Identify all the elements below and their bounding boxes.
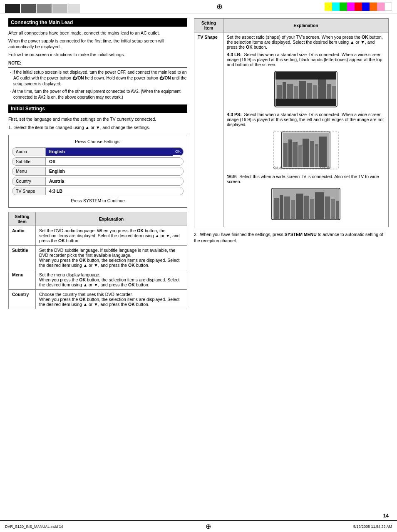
svg-rect-12	[327, 84, 331, 99]
footer-crosshair: ⊕	[206, 522, 211, 530]
connecting-main-lead-section: Connecting the Main Lead After all conne…	[8, 18, 187, 100]
settings-row-subtitle: Subtitle Off	[12, 157, 184, 166]
desc-row-menu: Menu Set the menu display language.When …	[9, 270, 187, 289]
svg-text:Cut off: Cut off	[273, 166, 282, 169]
settings-footer: Press SYSTEM to Continue	[12, 198, 184, 204]
mode-43ps-label: 4:3 PS: Select this when a standard size…	[227, 112, 385, 127]
svg-rect-24	[319, 137, 327, 167]
svg-rect-19	[293, 142, 298, 167]
settings-ok-audio: OK	[173, 148, 183, 155]
right-table: Setting Item Explanation TV Shape Set th…	[194, 18, 389, 227]
left-column: Connecting the Main Lead After all conne…	[8, 18, 187, 309]
note-label: NOTE:	[8, 60, 187, 66]
connecting-para-3: Follow the on-screen instructions to mak…	[8, 52, 187, 58]
right-table-header-item: Setting Item	[194, 19, 223, 32]
svg-rect-7	[294, 86, 298, 99]
desc-item-menu: Menu	[9, 270, 36, 289]
settings-value-menu: English	[46, 167, 183, 175]
svg-rect-6	[287, 84, 293, 99]
svg-rect-8	[299, 81, 306, 99]
svg-rect-18	[288, 139, 292, 167]
svg-rect-22	[310, 141, 314, 167]
tv-svg-43ps: Cut off Cut off	[273, 130, 339, 170]
footer-left-text: DVR_S120_INS_MANUAL.indd 14	[5, 525, 63, 529]
tv-image-43lb	[227, 70, 385, 109]
tv-image-43ps: Cut off Cut off	[227, 130, 385, 171]
desc-row-subtitle: Subtitle Set the DVD subtitle language. …	[9, 245, 187, 270]
desc-explanation-country: Choose the country that uses this DVD re…	[36, 289, 187, 309]
bottom-bar: DVR_S120_INS_MANUAL.indd 14 ⊕ 5/19/2005 …	[0, 520, 397, 532]
svg-rect-13	[332, 86, 336, 99]
initial-settings-step1: 1. Select the item to be changed using ▲…	[8, 124, 187, 131]
settings-value-tvshape: 4:3 LB	[46, 187, 183, 195]
connecting-para-1: After all connections have been made, co…	[8, 30, 187, 36]
right-item-tvshape: TV Shape	[194, 32, 223, 227]
svg-rect-10	[313, 85, 317, 99]
right-table-header-explanation: Explanation	[223, 19, 389, 32]
main-content: Connecting the Main Lead After all conne…	[0, 13, 397, 314]
desc-item-country: Country	[9, 289, 36, 309]
top-bar: ⊕	[0, 0, 397, 13]
initial-settings-body: First, set the language and make the set…	[8, 116, 187, 208]
note-item-2: - At the time, turn the power off the ot…	[8, 89, 187, 100]
desc-table-header-explanation: Explanation	[36, 212, 187, 226]
top-bar-right-colors	[309, 1, 392, 12]
svg-rect-23	[315, 144, 318, 167]
description-table: Setting Item Explanation Audio Set the D…	[8, 212, 187, 309]
top-bar-left-blocks	[5, 1, 130, 12]
svg-rect-30	[280, 195, 283, 219]
svg-rect-33	[296, 194, 303, 219]
initial-settings-section: Initial Settings First, set the language…	[8, 104, 187, 309]
right-column: Setting Item Explanation TV Shape Set th…	[194, 18, 389, 309]
settings-row-tvshape: TV Shape 4:3 LB	[12, 187, 184, 196]
right-row-tvshape: TV Shape Set the aspect ratio (shape) of…	[194, 32, 389, 227]
settings-box-title: Press Choose Settings.	[12, 139, 184, 145]
svg-rect-11	[318, 80, 326, 99]
connecting-main-lead-body: After all connections have been made, co…	[8, 30, 187, 100]
svg-rect-37	[325, 196, 330, 219]
settings-value-subtitle: Off	[46, 158, 183, 166]
page-number: 14	[383, 513, 389, 519]
desc-table-header-item: Setting Item	[9, 212, 36, 226]
settings-row-audio: Audio English OK	[12, 147, 184, 156]
svg-rect-5	[283, 82, 286, 99]
initial-settings-header: Initial Settings	[8, 104, 187, 113]
desc-explanation-subtitle: Set the DVD subtitle language. If subtit…	[36, 245, 187, 270]
tv-svg-43lb	[273, 70, 339, 108]
settings-value-country: Austria	[46, 177, 183, 185]
settings-row-country: Country Austria	[12, 177, 184, 186]
svg-rect-17	[283, 143, 288, 167]
note-item-1: - If the initial setup screen is not dis…	[8, 70, 187, 87]
svg-rect-39	[336, 201, 339, 219]
desc-explanation-audio: Set the DVD audio language. When you pre…	[36, 226, 187, 245]
tv-image-169	[227, 187, 385, 221]
top-bar-crosshair: ⊕	[130, 0, 309, 13]
settings-label-tvshape: TV Shape	[12, 187, 46, 195]
settings-row-menu: Menu English	[12, 167, 184, 176]
svg-rect-4	[277, 85, 282, 99]
footer-right-text: 5/19/2005 11:54:22 AM	[353, 525, 392, 529]
settings-value-audio: English	[46, 148, 173, 156]
desc-row-audio: Audio Set the DVD audio language. When y…	[9, 226, 187, 245]
step-2-text: 2. When you have finished the settings, …	[194, 231, 389, 244]
svg-rect-32	[291, 200, 295, 219]
svg-rect-2	[275, 99, 336, 106]
right-explanation-tvshape: Set the aspect ratio (shape) of your TV'…	[223, 32, 389, 227]
svg-rect-36	[315, 192, 324, 219]
svg-rect-35	[310, 199, 314, 219]
svg-rect-9	[307, 83, 312, 99]
mode-169-label: 16:9: Select this when a wide-screen TV …	[227, 174, 385, 184]
settings-label-country: Country	[12, 177, 46, 185]
settings-label-subtitle: Subtitle	[12, 158, 46, 166]
tv-svg-169	[270, 187, 341, 221]
svg-rect-1	[275, 72, 336, 80]
connecting-main-lead-header: Connecting the Main Lead	[8, 18, 187, 27]
svg-rect-21	[303, 139, 309, 167]
settings-label-menu: Menu	[12, 167, 46, 175]
svg-rect-29	[274, 198, 279, 219]
desc-item-audio: Audio	[9, 226, 36, 245]
desc-item-subtitle: Subtitle	[9, 245, 36, 270]
desc-row-country: Country Choose the country that uses thi…	[9, 289, 187, 309]
initial-settings-intro: First, set the language and make the set…	[8, 116, 187, 122]
svg-rect-38	[331, 199, 335, 219]
